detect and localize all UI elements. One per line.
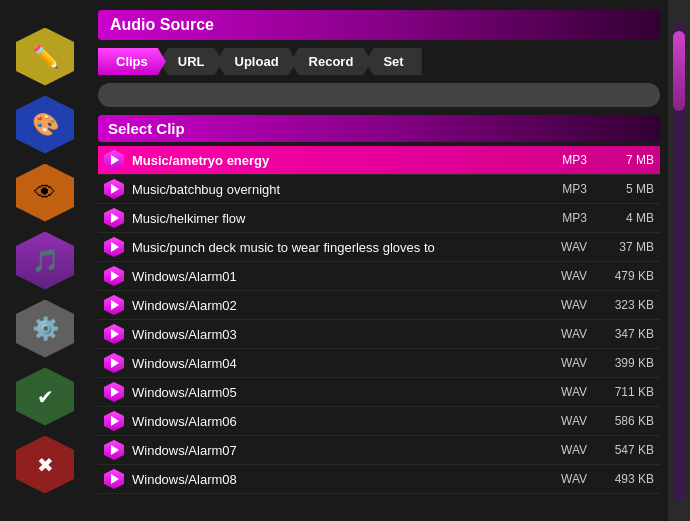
clip-size: 323 KB: [599, 298, 654, 312]
clip-name: Music/batchbug overnight: [132, 182, 552, 197]
clip-item[interactable]: Music/punch deck music to wear fingerles…: [98, 233, 660, 262]
play-button[interactable]: [104, 324, 124, 344]
play-triangle-icon: [111, 271, 119, 281]
clip-size: 711 KB: [599, 385, 654, 399]
clip-name: Windows/Alarm04: [132, 356, 552, 371]
select-clip-label: Select Clip: [108, 120, 185, 137]
scrollbar-thumb[interactable]: [673, 31, 685, 111]
clip-name: Windows/Alarm07: [132, 443, 552, 458]
play-button[interactable]: [104, 266, 124, 286]
play-button[interactable]: [104, 208, 124, 228]
play-button[interactable]: [104, 295, 124, 315]
clip-format: MP3: [552, 182, 587, 196]
clip-item[interactable]: Windows/Alarm06 WAV 586 KB: [98, 407, 660, 436]
play-triangle-icon: [111, 387, 119, 397]
audio-source-label: Audio Source: [110, 16, 214, 33]
clip-size: 399 KB: [599, 356, 654, 370]
clip-item[interactable]: Music/helkimer flow MP3 4 MB: [98, 204, 660, 233]
select-clip-header: Select Clip: [98, 115, 660, 142]
scrollbar-area[interactable]: [668, 0, 690, 521]
palette-button[interactable]: 🎨: [16, 96, 74, 154]
scrollbar-track[interactable]: [673, 21, 685, 501]
clip-format: WAV: [552, 240, 587, 254]
clip-name: Windows/Alarm02: [132, 298, 552, 313]
tab-record[interactable]: Record: [291, 48, 372, 75]
clip-name: Windows/Alarm06: [132, 414, 552, 429]
clip-size: 493 KB: [599, 472, 654, 486]
pencil-icon: ✏️: [32, 44, 59, 70]
tab-url[interactable]: URL: [160, 48, 223, 75]
tab-clips[interactable]: Clips: [98, 48, 166, 75]
play-button[interactable]: [104, 353, 124, 373]
clip-item[interactable]: Music/ametryo energy MP3 7 MB: [98, 146, 660, 175]
play-triangle-icon: [111, 242, 119, 252]
clip-format: WAV: [552, 472, 587, 486]
play-triangle-icon: [111, 184, 119, 194]
palette-icon: 🎨: [32, 112, 59, 138]
tab-set[interactable]: Set: [365, 48, 421, 75]
clip-name: Windows/Alarm03: [132, 327, 552, 342]
play-triangle-icon: [111, 358, 119, 368]
clip-size: 547 KB: [599, 443, 654, 457]
clip-item[interactable]: Windows/Alarm05 WAV 711 KB: [98, 378, 660, 407]
close-button[interactable]: ✖: [16, 436, 74, 494]
clip-format: MP3: [552, 211, 587, 225]
clip-item[interactable]: Windows/Alarm01 WAV 479 KB: [98, 262, 660, 291]
clip-name: Windows/Alarm08: [132, 472, 552, 487]
edit-button[interactable]: ✏️: [16, 28, 74, 86]
main-panel: Audio Source Clips URL Upload Record Set…: [90, 0, 668, 521]
gear-icon: ⚙️: [32, 316, 59, 342]
clip-size: 7 MB: [599, 153, 654, 167]
clip-list: Music/ametryo energy MP3 7 MB Music/batc…: [98, 146, 660, 511]
play-button[interactable]: [104, 440, 124, 460]
close-icon: ✖: [37, 453, 54, 477]
clip-item[interactable]: Windows/Alarm03 WAV 347 KB: [98, 320, 660, 349]
play-triangle-icon: [111, 445, 119, 455]
music-button[interactable]: 🎵: [16, 232, 74, 290]
play-triangle-icon: [111, 474, 119, 484]
play-button[interactable]: [104, 237, 124, 257]
clip-item[interactable]: Windows/Alarm08 WAV 493 KB: [98, 465, 660, 494]
sidebar: ✏️ 🎨 👁 🎵 ⚙️ ✔ ✖: [0, 0, 90, 521]
play-button[interactable]: [104, 179, 124, 199]
play-triangle-icon: [111, 300, 119, 310]
clip-size: 5 MB: [599, 182, 654, 196]
eye-button[interactable]: 👁: [16, 164, 74, 222]
play-button[interactable]: [104, 382, 124, 402]
clip-name: Music/helkimer flow: [132, 211, 552, 226]
tab-upload[interactable]: Upload: [217, 48, 297, 75]
clip-name: Music/punch deck music to wear fingerles…: [132, 240, 552, 255]
play-button[interactable]: [104, 469, 124, 489]
clip-format: WAV: [552, 298, 587, 312]
clip-item[interactable]: Windows/Alarm04 WAV 399 KB: [98, 349, 660, 378]
clip-size: 347 KB: [599, 327, 654, 341]
clip-item[interactable]: Windows/Alarm02 WAV 323 KB: [98, 291, 660, 320]
music-icon: 🎵: [32, 248, 59, 274]
play-triangle-icon: [111, 155, 119, 165]
play-button[interactable]: [104, 411, 124, 431]
settings-button[interactable]: ⚙️: [16, 300, 74, 358]
play-triangle-icon: [111, 329, 119, 339]
play-button[interactable]: [104, 150, 124, 170]
check-icon: ✔: [37, 385, 54, 409]
clip-name: Windows/Alarm01: [132, 269, 552, 284]
clip-format: WAV: [552, 327, 587, 341]
clip-format: MP3: [552, 153, 587, 167]
clip-name: Windows/Alarm05: [132, 385, 552, 400]
eye-icon: 👁: [34, 180, 56, 206]
clip-format: WAV: [552, 269, 587, 283]
clip-name: Music/ametryo energy: [132, 153, 552, 168]
clip-item[interactable]: Music/batchbug overnight MP3 5 MB: [98, 175, 660, 204]
clip-size: 479 KB: [599, 269, 654, 283]
clip-size: 586 KB: [599, 414, 654, 428]
confirm-button[interactable]: ✔: [16, 368, 74, 426]
filter-bar[interactable]: [98, 83, 660, 107]
play-triangle-icon: [111, 416, 119, 426]
clip-size: 37 MB: [599, 240, 654, 254]
clip-item[interactable]: Windows/Alarm07 WAV 547 KB: [98, 436, 660, 465]
clip-format: WAV: [552, 356, 587, 370]
clip-size: 4 MB: [599, 211, 654, 225]
clip-format: WAV: [552, 414, 587, 428]
clip-format: WAV: [552, 443, 587, 457]
play-triangle-icon: [111, 213, 119, 223]
